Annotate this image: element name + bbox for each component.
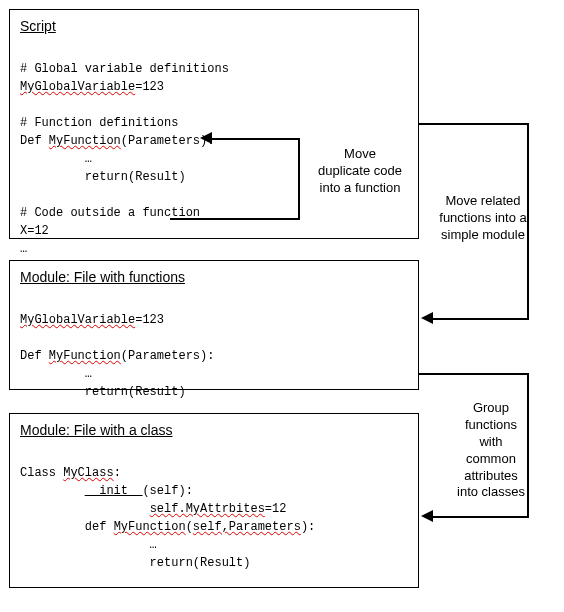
m2-def-kw: Def (20, 349, 49, 363)
m3-class-name: MyClass (63, 466, 113, 480)
comment-funcdefs: # Function definitions (20, 116, 178, 130)
m3-init-params: (self): (142, 484, 192, 498)
func-name: MyFunction (49, 134, 121, 148)
m3-func-name: MyFunction (114, 520, 186, 534)
global-var-name: MyGlobalVariable (20, 80, 135, 94)
m3-dots: … (20, 538, 157, 552)
ra1-l1: Move related (445, 193, 520, 208)
end-ellipsis: … (20, 242, 27, 256)
m2-func-params: (Parameters): (121, 349, 215, 363)
m3-return: return(Result) (20, 556, 250, 570)
arrow1-top-h (419, 123, 529, 125)
global-var-val: =123 (135, 80, 164, 94)
right-anno-1: Move related functions into a simple mod… (428, 193, 538, 244)
ra1-l2: functions into a (439, 210, 526, 225)
ra2-l4: common (466, 451, 516, 466)
inner-annotation: Move duplicate code into a function (305, 146, 415, 197)
inner-anno-l3: into a function (320, 180, 401, 195)
ra2-l2: functions (465, 417, 517, 432)
ra1-l3: simple module (441, 227, 525, 242)
return-line: return(Result) (20, 170, 186, 184)
ra2-l3: with (479, 434, 502, 449)
m3-def-kw: def (20, 520, 114, 534)
m2-global-val: =123 (135, 313, 164, 327)
def-keyword: Def (20, 134, 49, 148)
x-line: X=12 (20, 224, 49, 238)
comment-globals: # Global variable definitions (20, 62, 229, 76)
script-box: Script # Global variable definitions MyG… (9, 9, 419, 239)
m2-func-name: MyFunction (49, 349, 121, 363)
arrow1-head (421, 312, 433, 324)
m3-func-end: ): (301, 520, 315, 534)
inner-arrow-shaft-v (298, 138, 300, 220)
module-functions-box: Module: File with functions MyGlobalVari… (9, 260, 419, 390)
inner-anno-l2: duplicate code (318, 163, 402, 178)
ra2-l6: into classes (457, 484, 525, 499)
inner-arrow-shaft-h (210, 138, 300, 140)
module-class-code: Class MyClass: __init__(self): self.MyAt… (20, 446, 408, 590)
m3-class-kw: Class (20, 466, 63, 480)
module-funcs-title: Module: File with functions (20, 269, 408, 285)
inner-arrow-shaft-b (170, 218, 300, 220)
module-class-box: Module: File with a class Class MyClass:… (9, 413, 419, 588)
m2-global-name: MyGlobalVariable (20, 313, 135, 327)
inner-arrow-head (200, 132, 212, 144)
arrow2-top-h (419, 373, 529, 375)
m3-paren: ( (186, 520, 193, 534)
m2-dots: … (20, 367, 92, 381)
ra2-l1: Group (473, 400, 509, 415)
m3-attr-val: =12 (265, 502, 287, 516)
ellipsis-line: … (20, 152, 92, 166)
script-title: Script (20, 18, 408, 34)
m3-class-colon: : (114, 466, 121, 480)
m3-func-params-squig: self,Parameters (193, 520, 301, 534)
ra2-l5: attributes (464, 468, 517, 483)
right-anno-2: Group functions with common attributes i… (446, 400, 536, 501)
m2-return: return(Result) (20, 385, 186, 399)
m3-init-indent (20, 484, 85, 498)
arrow2-bot-h (431, 516, 529, 518)
arrow2-head (421, 510, 433, 522)
module-class-title: Module: File with a class (20, 422, 408, 438)
inner-anno-l1: Move (344, 146, 376, 161)
m3-attr-name: self.MyAttrbites (150, 502, 265, 516)
module-funcs-code: MyGlobalVariable=123 Def MyFunction(Para… (20, 293, 408, 419)
m3-attr-indent (20, 502, 150, 516)
diagram-container: Script # Global variable definitions MyG… (8, 8, 556, 604)
arrow1-bot-h (431, 318, 529, 320)
m3-init-name: __init__ (85, 484, 143, 498)
